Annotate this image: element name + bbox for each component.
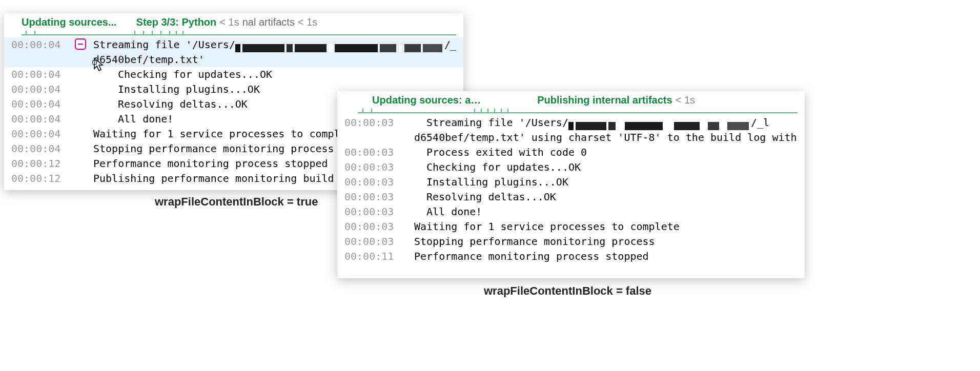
log-message: Streaming file '/Users//_l <box>93 37 456 52</box>
log-row[interactable]: 00:00:04 Checking for updates...OK <box>4 67 463 82</box>
log-timestamp: 00:00:03 <box>344 160 401 175</box>
log-timestamp: 00:00:04 <box>11 67 68 82</box>
log-row[interactable]: 00:00:03 Checking for updates...OK <box>337 160 805 175</box>
log-timestamp: 00:00:04 <box>11 82 68 97</box>
redacted-path <box>235 41 444 50</box>
step-python[interactable]: Step 3/3: Python <box>136 16 217 28</box>
log-timestamp: 00:00:03 <box>344 234 401 249</box>
log-timestamp: 00:00:03 <box>344 175 401 190</box>
log-area-right[interactable]: 00:00:03 Streaming file '/Users//_l d654… <box>337 113 805 268</box>
step-header-left: Updating sources... Step 3/3: Python < 1… <box>4 13 463 30</box>
step-python-duration: < 1s <box>219 16 239 28</box>
log-message: Process exited with code 0 <box>426 145 798 160</box>
log-message-wrap: d6540bef/temp.txt' using charset 'UTF-8'… <box>414 130 798 145</box>
caption-left: wrapFileContentInBlock = true <box>155 195 318 209</box>
log-row[interactable]: 00:00:03 Waiting for 1 service processes… <box>337 219 805 234</box>
log-row[interactable]: 00:00:04 Streaming file '/Users//_l <box>4 37 463 52</box>
step-publishing-duration: < 1s <box>676 94 695 106</box>
log-gutter <box>68 37 93 50</box>
log-row[interactable]: 00:00:03 Process exited with code 0 <box>337 145 805 160</box>
log-row-wrap: d6540bef/temp.txt' using charset 'UTF-8'… <box>337 130 805 145</box>
log-msg-suffix: /_l <box>751 116 769 129</box>
log-row[interactable]: 00:00:03 All done! <box>337 204 805 219</box>
log-timestamp: 00:00:03 <box>344 115 401 130</box>
log-row[interactable]: 00:00:03 Resolving deltas...OK <box>337 190 805 204</box>
log-msg-prefix: Streaming file '/Users/ <box>93 38 235 51</box>
log-timestamp: 00:00:03 <box>344 145 401 160</box>
step-trailing-duration: < 1s <box>298 16 317 28</box>
step-updating-sources-right[interactable]: Updating sources: a… <box>372 94 481 106</box>
build-log-panel-right: Updating sources: a… Publishing internal… <box>337 91 805 278</box>
log-message-wrap: d6540bef/temp.txt' <box>93 52 456 67</box>
redacted-path <box>568 119 751 128</box>
log-message: Performance monitoring process stopped <box>414 249 798 264</box>
log-row[interactable]: 00:00:03 Stopping performance monitoring… <box>337 234 805 249</box>
log-timestamp: 00:00:03 <box>344 204 401 219</box>
log-row-wrap: d6540bef/temp.txt' <box>4 52 463 67</box>
step-updating-sources[interactable]: Updating sources... <box>22 16 117 28</box>
log-timestamp: 00:00:03 <box>344 219 401 234</box>
log-timestamp: 00:00:04 <box>11 37 68 52</box>
log-timestamp: 00:00:11 <box>344 249 401 264</box>
caption-right: wrapFileContentInBlock = false <box>484 284 651 298</box>
step-header-right: Updating sources: a… Publishing internal… <box>337 91 805 108</box>
log-message: Resolving deltas...OK <box>426 190 798 204</box>
log-message: Checking for updates...OK <box>93 67 456 82</box>
log-row[interactable]: 00:00:03 Streaming file '/Users//_l <box>337 115 805 130</box>
log-timestamp: 00:00:12 <box>11 156 68 171</box>
timeline-ticks-left <box>22 30 456 35</box>
log-msg-prefix: Streaming file '/Users/ <box>426 116 568 129</box>
step-publishing-artifacts[interactable]: Publishing internal artifacts <box>537 94 672 106</box>
collapse-toggle-icon[interactable] <box>75 38 86 50</box>
log-timestamp: 00:00:12 <box>11 171 68 186</box>
log-timestamp: 00:00:04 <box>11 97 68 112</box>
log-timestamp: 00:00:03 <box>344 190 401 204</box>
log-message: Checking for updates...OK <box>426 160 798 175</box>
log-message: Waiting for 1 service processes to compl… <box>414 219 798 234</box>
log-message: Stopping performance monitoring process <box>414 234 798 249</box>
log-row[interactable]: 00:00:03 Installing plugins...OK <box>337 175 805 190</box>
step-trailing-text: nal artifacts <box>242 16 295 28</box>
log-timestamp: 00:00:04 <box>11 112 68 127</box>
log-timestamp: 00:00:04 <box>11 141 68 156</box>
log-message: Streaming file '/Users//_l <box>426 115 798 130</box>
timeline-ticks-right <box>358 108 798 113</box>
log-timestamp: 00:00:04 <box>11 127 68 141</box>
log-msg-suffix: /_l <box>444 38 456 51</box>
log-message: Installing plugins...OK <box>426 175 798 190</box>
log-message: All done! <box>426 204 798 219</box>
log-row[interactable]: 00:00:11 Performance monitoring process … <box>337 249 805 264</box>
